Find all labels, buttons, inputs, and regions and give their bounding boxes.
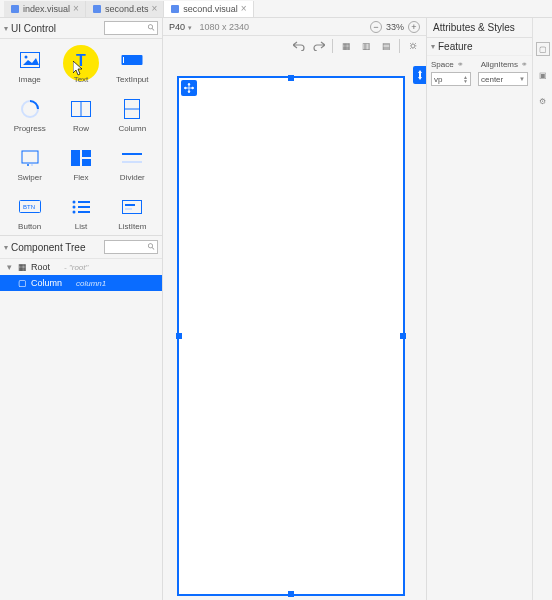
svg-rect-7 <box>123 57 124 63</box>
svg-point-14 <box>27 164 29 166</box>
alignitems-select[interactable]: center▼ <box>478 72 528 86</box>
close-icon[interactable]: × <box>241 3 247 14</box>
palette-item-list[interactable]: List <box>55 196 106 231</box>
palette-label: Image <box>19 75 41 84</box>
palette-item-listitem[interactable]: ListItem <box>107 196 158 231</box>
attributes-header: Attributes & Styles <box>427 18 532 38</box>
palette-item-divider[interactable]: Divider <box>107 147 158 182</box>
palette-item-textinput[interactable]: TextInput <box>107 49 158 84</box>
undo-button[interactable] <box>292 39 306 53</box>
svg-rect-26 <box>78 206 90 208</box>
move-handle[interactable] <box>181 80 197 96</box>
cursor-icon <box>73 61 85 79</box>
left-panel: ▾ UI Control Image T Text TextInput <box>0 18 163 600</box>
palette-item-button[interactable]: BTN Button <box>4 196 55 231</box>
resize-handle-e[interactable] <box>400 333 406 339</box>
svg-rect-30 <box>125 204 135 206</box>
component-tree-search[interactable] <box>104 240 158 254</box>
listitem-icon <box>121 196 143 218</box>
tree-node-icon: ▦ <box>18 262 27 272</box>
svg-text:BTN: BTN <box>23 204 35 210</box>
close-icon[interactable]: × <box>151 3 157 14</box>
link-icon[interactable]: ⚭ <box>521 60 528 69</box>
layout-toggle-button[interactable]: ▥ <box>359 39 373 53</box>
chevron-down-icon[interactable]: ▾ <box>4 24 8 33</box>
palette-label: List <box>75 222 87 231</box>
zoom-out-button[interactable]: − <box>370 21 382 33</box>
palette-label: Button <box>18 222 41 231</box>
close-icon[interactable]: × <box>73 3 79 14</box>
svg-rect-24 <box>78 201 90 203</box>
palette-item-progress[interactable]: Progress <box>4 98 55 133</box>
palette-item-text[interactable]: T Text <box>55 49 106 84</box>
redo-button[interactable] <box>312 39 326 53</box>
grid-toggle-button[interactable]: ▦ <box>339 39 353 53</box>
right-panel: Attributes & Styles ▾ Feature Space ⚭ Al… <box>426 18 552 600</box>
file-tab[interactable]: second.visual × <box>164 1 253 17</box>
panel-pin-tab[interactable] <box>413 66 426 84</box>
ui-control-title: UI Control <box>11 23 104 34</box>
swiper-icon <box>19 147 41 169</box>
palette-label: ListItem <box>118 222 146 231</box>
resize-handle-w[interactable] <box>176 333 182 339</box>
svg-point-27 <box>72 211 75 214</box>
flex-icon <box>70 147 92 169</box>
list-icon <box>70 196 92 218</box>
resize-handle-s[interactable] <box>288 591 294 597</box>
palette-label: Divider <box>120 173 145 182</box>
svg-rect-31 <box>125 208 132 210</box>
feature-title: Feature <box>438 41 528 52</box>
svg-rect-17 <box>82 150 91 157</box>
progress-icon <box>19 98 41 120</box>
svg-rect-0 <box>11 5 19 13</box>
tree-row-column[interactable]: ▢ Column column1 <box>0 275 162 291</box>
palette-item-column[interactable]: Column <box>107 98 158 133</box>
tree-node-hint: - "root" <box>64 263 88 272</box>
feature-section-header[interactable]: ▾ Feature <box>427 38 532 56</box>
resize-handle-n[interactable] <box>288 75 294 81</box>
svg-rect-13 <box>22 151 38 163</box>
canvas-actionbar: ▦ ▥ ▤ ⛭ <box>163 36 426 56</box>
alignitems-label: AlignItems <box>481 60 518 69</box>
sidebar-tool-square[interactable]: ▢ <box>536 42 550 56</box>
sidebar-tool-box[interactable]: ▣ <box>536 68 550 82</box>
file-icon <box>10 4 20 14</box>
palette-label: Swiper <box>17 173 41 182</box>
component-tree: ▾ ▦ Root - "root" ▢ Column column1 <box>0 259 162 291</box>
canvas-dimensions: 1080 x 2340 <box>200 22 250 32</box>
palette-item-swiper[interactable]: Swiper <box>4 147 55 182</box>
zoom-in-button[interactable]: + <box>408 21 420 33</box>
component-tree-header: ▾ Component Tree <box>0 235 162 259</box>
svg-rect-18 <box>82 159 91 166</box>
device-selector[interactable]: P40 ▾ <box>169 22 192 32</box>
chevron-down-icon[interactable]: ▾ <box>431 42 435 51</box>
link-icon[interactable]: ⚭ <box>457 60 464 69</box>
tree-row-root[interactable]: ▾ ▦ Root - "root" <box>0 259 162 275</box>
separator <box>332 39 333 53</box>
palette-label: Progress <box>14 124 46 133</box>
palette-label: Column <box>119 124 147 133</box>
settings-button[interactable]: ⛭ <box>406 39 420 53</box>
chevron-down-icon[interactable]: ▾ <box>4 243 8 252</box>
button-icon: BTN <box>19 196 41 218</box>
svg-rect-16 <box>71 150 80 166</box>
palette-label: TextInput <box>116 75 148 84</box>
svg-point-4 <box>24 56 27 59</box>
file-tab[interactable]: index.visual × <box>4 1 86 17</box>
svg-point-23 <box>72 201 75 204</box>
expand-icon[interactable]: ▾ <box>4 262 14 272</box>
zoom-value: 33% <box>386 22 404 32</box>
space-unit-select[interactable]: vp▲▼ <box>431 72 471 86</box>
design-canvas[interactable] <box>177 76 405 596</box>
file-tab[interactable]: second.ets × <box>86 1 164 17</box>
palette-item-image[interactable]: Image <box>4 49 55 84</box>
right-iconbar: ▢ ▣ ⚙ <box>532 18 552 600</box>
ruler-toggle-button[interactable]: ▤ <box>379 39 393 53</box>
ui-control-search[interactable] <box>104 21 158 35</box>
palette-label: Row <box>73 124 89 133</box>
palette-item-row[interactable]: Row <box>55 98 106 133</box>
canvas-area[interactable] <box>163 56 426 600</box>
column-icon <box>121 98 143 120</box>
sidebar-tool-settings[interactable]: ⚙ <box>536 94 550 108</box>
palette-item-flex[interactable]: Flex <box>55 147 106 182</box>
